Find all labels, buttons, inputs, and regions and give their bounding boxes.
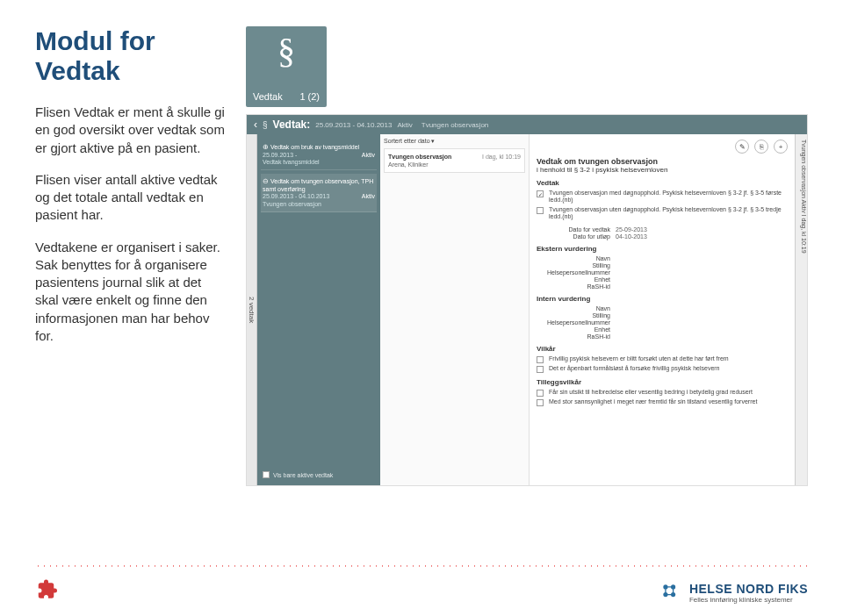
field-value: 04-10-2013 — [616, 233, 647, 240]
logo-mark-icon — [659, 581, 682, 604]
copy-button[interactable]: ⎘ — [754, 140, 768, 154]
page-title: Modul for Vedtak — [35, 26, 228, 86]
intro-paragraph-3: Vedtakene er organisert i saker. Sak ben… — [35, 239, 228, 346]
detail-title: Vedtak om tvungen observasjon — [537, 157, 788, 166]
detail-pane: ✎ ⎘ + Vedtak om tvungen observasjon i he… — [530, 134, 795, 485]
header-dates: 25.09.2013 - 04.10.2013 — [315, 121, 392, 129]
right-collapse-bar[interactable]: Tvungen observasjon Aktiv I dag, kl 10:1… — [795, 134, 807, 485]
show-active-checkbox[interactable]: Vis bare aktive vedtak — [261, 469, 377, 480]
list-item-status: Aktiv — [362, 193, 375, 200]
checkbox-icon — [263, 471, 270, 478]
detail-subtitle: i henhold til § 3-2 i psykisk helsevernl… — [537, 166, 788, 174]
section-vedtak: Vedtak — [537, 179, 788, 187]
field-label: RaSH-id — [537, 333, 616, 340]
edit-button[interactable]: ✎ — [735, 140, 749, 154]
show-active-label: Vis bare aktive vedtak — [273, 472, 333, 478]
option-text: Det er åpenbart formålsløst å forsøke fr… — [549, 365, 788, 372]
divider-dots — [35, 565, 808, 567]
intro-paragraph-1: Flisen Vedtak er ment å skulle gi en god… — [35, 104, 228, 157]
card-date: I dag, kl 10:19 — [482, 153, 521, 161]
list-item-date: 25.09.2013 - 04.10.2013 — [263, 193, 329, 199]
vedtak-card[interactable]: I dag, kl 10:19 Tvungen observasjon Aren… — [384, 148, 525, 173]
back-icon[interactable]: ‹ — [254, 118, 257, 131]
header-title: Vedtak: — [273, 118, 311, 131]
checkbox-icon — [537, 390, 544, 397]
section-vilkar: Vilkår — [537, 345, 788, 353]
puzzle-icon — [35, 577, 61, 604]
center-pane: Sortert etter dato ▾ I dag, kl 10:19 Tvu… — [380, 134, 530, 485]
checkbox-icon — [537, 207, 544, 214]
field-label: Helsepersonellnummer — [537, 269, 616, 276]
app-header: ‹ § Vedtak: 25.09.2013 - 04.10.2013 Akti… — [247, 115, 807, 134]
list-item-sub: Vedtak tvangsmiddel — [263, 159, 320, 165]
intro-paragraph-2: Flisen viser antall aktive vedtak og det… — [35, 171, 228, 225]
section-icon: § — [263, 120, 268, 130]
option-text: Tvungen observasjon med døgnopphold. Psy… — [549, 190, 788, 204]
list-item-title: Vedtak om tvungen observasjon, TPH samt … — [263, 178, 373, 192]
field-label: Stilling — [537, 262, 616, 269]
field-label: Stilling — [537, 312, 616, 319]
list-item-title: Vedtak om bruk av tvangsmiddel — [270, 144, 359, 150]
list-item-date: 25.09.2013 - — [263, 152, 297, 158]
field-label: Dato for utløp — [537, 233, 616, 240]
left-collapse-bar[interactable]: 2 vedtak — [247, 134, 257, 485]
list-item[interactable]: ⊕ Vedtak om bruk av tvangsmiddel 25.09.2… — [261, 140, 377, 170]
section-ekstern: Ekstern vurdering — [537, 245, 788, 253]
checkbox-icon — [537, 399, 544, 406]
vedtak-option[interactable]: ✓ Tvungen observasjon med døgnopphold. P… — [537, 190, 788, 204]
vedtak-option[interactable]: Tvungen observasjon uten døgnopphold. Ps… — [537, 206, 788, 221]
field-value: 25-09-2013 — [616, 226, 647, 233]
add-button[interactable]: + — [774, 140, 788, 154]
field-label: Enhet — [537, 276, 616, 283]
checkbox-icon — [537, 366, 544, 373]
field-label: RaSH-id — [537, 283, 616, 290]
vilkar-option[interactable]: Det er åpenbart formålsløst å forsøke fr… — [537, 365, 788, 373]
vilkar-option[interactable]: Frivillig psykisk helsevern er blitt for… — [537, 355, 788, 363]
checkbox-icon — [537, 356, 544, 363]
logo-line1: HELSE NORD FIKS — [689, 582, 808, 596]
list-item-status: Aktiv — [362, 152, 375, 159]
field-label: Navn — [537, 305, 616, 312]
brand-logo: HELSE NORD FIKS Felles innføring klinisk… — [659, 581, 808, 604]
tilleggsvilkar-option[interactable]: Med stor sannsynlighet i meget nær fremt… — [537, 398, 788, 406]
field-label: Dato for vedtak — [537, 226, 616, 233]
sort-dropdown[interactable]: Sortert etter dato ▾ — [384, 138, 525, 145]
logo-line2: Felles innføring kliniske systemer — [689, 596, 808, 604]
tile-label: Vedtak — [253, 91, 283, 102]
list-item[interactable]: ⊖ Vedtak om tvungen observasjon, TPH sam… — [261, 174, 377, 212]
option-text: Frivillig psykisk helsevern er blitt for… — [549, 355, 788, 362]
tile-count: 1 (2) — [299, 91, 320, 102]
option-text: Med stor sannsynlighet i meget nær fremt… — [549, 398, 788, 405]
vedtak-list: ⊕ Vedtak om bruk av tvangsmiddel 25.09.2… — [257, 134, 380, 485]
copy-icon: ⎘ — [760, 143, 764, 151]
plus-icon: + — [779, 143, 783, 151]
checkbox-icon: ✓ — [537, 190, 544, 197]
tile-vedtak[interactable]: § Vedtak 1 (2) — [246, 26, 327, 107]
option-text: Tvungen observasjon uten døgnopphold. Ps… — [549, 206, 788, 221]
card-subtitle: Arena, Kliniker — [388, 161, 521, 168]
pencil-icon: ✎ — [739, 143, 746, 151]
field-label: Helsepersonellnummer — [537, 319, 616, 326]
field-label: Enhet — [537, 326, 616, 333]
field-label: Navn — [537, 255, 616, 261]
app-window: ‹ § Vedtak: 25.09.2013 - 04.10.2013 Akti… — [246, 114, 808, 486]
list-item-sub: Tvungen observasjon — [263, 201, 321, 207]
header-subtitle: Tvungen observasjon — [422, 121, 489, 129]
header-status: Aktiv — [397, 121, 412, 129]
section-intern: Intern vurdering — [537, 295, 788, 303]
tilleggsvilkar-option[interactable]: Får sin utsikt til helbredelse eller ves… — [537, 389, 788, 397]
section-tilleggsvilkar: Tilleggsvilkår — [537, 378, 788, 386]
paragraph-icon: § — [246, 33, 327, 68]
option-text: Får sin utsikt til helbredelse eller ves… — [549, 389, 788, 396]
